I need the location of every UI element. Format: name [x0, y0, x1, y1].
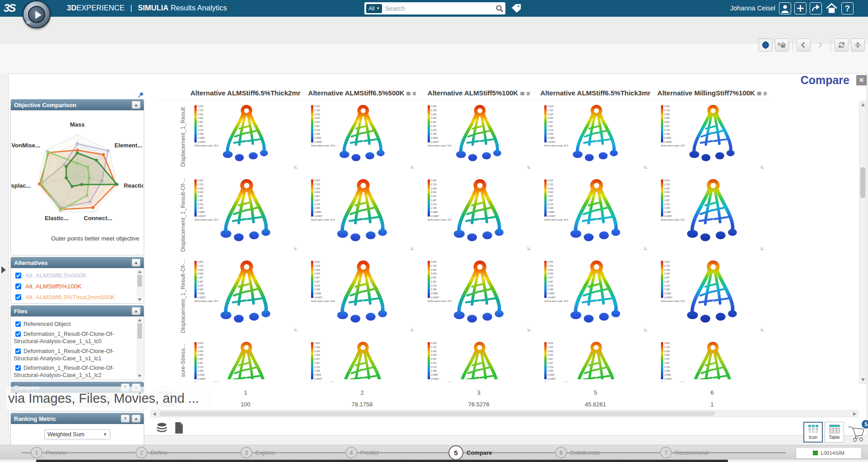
file-checkbox[interactable] — [15, 321, 21, 327]
help-icon[interactable]: ? — [121, 415, 130, 423]
scroll-left-icon[interactable] — [153, 412, 156, 416]
search-filter-dropdown[interactable]: All▼ — [366, 4, 382, 13]
file-checkbox[interactable] — [15, 331, 21, 337]
close-icon[interactable]: ✕ — [856, 75, 867, 85]
files-scrollbar[interactable] — [137, 318, 143, 378]
step-explore[interactable]: 3Explore — [241, 447, 275, 458]
alternative-checkbox[interactable] — [15, 273, 21, 278]
scroll-right-icon[interactable] — [853, 412, 856, 416]
result-tile[interactable]: 0.8150.7250.6360.5460.4570.3670.2780.188… — [420, 257, 537, 335]
search-input[interactable] — [382, 5, 495, 12]
thumbs-up-icon[interactable] — [764, 92, 767, 95]
search-bar[interactable]: All▼ — [364, 2, 505, 14]
result-tile[interactable]: 0.8150.7250.6360.5460.4570.3670.2780.188… — [654, 257, 770, 335]
3ds-logo-icon[interactable]: 3S — [4, 1, 24, 16]
result-tile[interactable]: 0.8150.7250.6360.5460.4570.3670.2780.188… — [537, 176, 654, 254]
files-header[interactable]: Files ▲ — [11, 306, 144, 316]
column-header[interactable]: Alternative ALMStiff6.5%500K — [304, 89, 420, 100]
scroll-down-icon[interactable] — [861, 378, 865, 382]
collapse-icon[interactable]: ▲ — [132, 101, 141, 109]
ranking-metric-dropdown[interactable]: Weighted Sum▼ — [44, 429, 110, 439]
alternative-item[interactable]: Alt. ALMStiff5%100K — [14, 281, 136, 292]
sort-icon[interactable] — [851, 38, 865, 52]
home-back-icon[interactable] — [775, 38, 789, 52]
alternatives-header[interactable]: Alternatives ▲ — [11, 257, 144, 268]
help-icon[interactable]: ? — [841, 2, 854, 14]
alternative-checkbox[interactable] — [15, 283, 21, 289]
step-predict[interactable]: 4Predict — [345, 447, 378, 458]
step-recommend[interactable]: 7Recommend — [660, 447, 708, 458]
home-icon[interactable] — [826, 2, 838, 14]
file-item[interactable]: Referenced Object — [14, 320, 136, 328]
basket-widget[interactable]: 5 — [846, 419, 868, 443]
table-view-button[interactable]: Table — [825, 422, 844, 443]
result-tile[interactable]: 0.8150.7250.6360.5460.4570.3670.2780.188… — [537, 102, 654, 172]
step-preview[interactable]: 1Preview — [31, 447, 66, 458]
result-tile[interactable]: 0.8150.7250.6360.5460.4570.3670.2780.188… — [654, 176, 770, 254]
alternatives-scrollbar[interactable] — [137, 269, 143, 302]
forward-icon[interactable] — [813, 38, 827, 52]
result-tile[interactable]: 0.8150.7250.6360.5460.4570.3670.2780.188… — [304, 339, 420, 382]
share-icon[interactable] — [810, 2, 822, 14]
result-tile[interactable]: 0.8150.7250.6360.5460.4570.3670.2780.188… — [187, 257, 304, 335]
result-tile[interactable]: 0.8150.7250.6360.5460.4570.3670.2780.188… — [304, 102, 420, 172]
step-collaborate[interactable]: 6Collaborate — [555, 447, 600, 458]
back-icon[interactable] — [797, 38, 811, 52]
result-tile[interactable]: 0.8150.7250.6360.5460.4570.3670.2780.188… — [187, 176, 304, 254]
refresh-icon[interactable] — [835, 38, 849, 52]
result-tile[interactable]: 0.8150.7250.6360.5460.4570.3670.2780.188… — [304, 257, 420, 335]
thumbs-up-icon[interactable] — [527, 92, 530, 95]
comment-icon[interactable] — [757, 92, 761, 95]
step-compare[interactable]: 5Compare — [448, 445, 492, 460]
collapse-icon[interactable]: ▲ — [132, 307, 141, 315]
file-item[interactable]: Deformation_1_Result-Of-Clone-Of-Structu… — [14, 347, 136, 363]
layers-icon[interactable] — [156, 422, 167, 434]
result-tile[interactable]: 0.8150.7250.6360.5460.4570.3670.2780.188… — [420, 339, 537, 382]
thumbs-up-icon[interactable] — [413, 92, 416, 95]
column-header[interactable]: Alternative MillingStiff7%100K — [654, 89, 770, 100]
alternative-checkbox[interactable] — [15, 294, 21, 300]
ranking-metric-header[interactable]: Ranking Metric ? ▲ — [11, 413, 144, 424]
add-icon[interactable] — [794, 2, 807, 14]
file-checkbox[interactable] — [15, 349, 21, 354]
result-tile[interactable]: 0.8150.7250.6360.5460.4570.3670.2780.188… — [304, 176, 420, 254]
vertical-scroll-thumb[interactable] — [860, 167, 865, 198]
column-header[interactable]: Alternative ALMStiff6.5%Thick2mr — [187, 89, 304, 100]
tag-icon[interactable] — [511, 4, 522, 14]
workspace-button[interactable]: L0014SIM — [796, 447, 862, 459]
user-profile-icon[interactable] — [779, 2, 791, 14]
result-tile[interactable]: 0.8150.7250.6360.5460.4570.3670.2780.188… — [420, 176, 537, 254]
alternative-item[interactable]: Alt. ALMStiff6.5%500K — [14, 270, 136, 281]
result-tile[interactable]: 0.8150.7250.6360.5460.4570.3670.2780.188… — [537, 257, 654, 335]
scroll-up-icon[interactable] — [861, 103, 865, 106]
column-header[interactable]: Alternative ALMStiff6.5%Thick3mr — [537, 89, 654, 100]
result-tile[interactable]: 0.8150.7250.6360.5460.4570.3670.2780.188… — [420, 102, 537, 172]
step-define[interactable]: 2Define — [136, 447, 168, 458]
alternative-item[interactable]: Alt. ALMStiff6.5%Thick2mm500K — [14, 292, 136, 302]
horizontal-scroll-thumb[interactable] — [159, 411, 715, 416]
horizontal-scrollbar[interactable] — [151, 410, 859, 417]
search-icon[interactable] — [495, 5, 504, 13]
result-tile[interactable]: 0.8150.7250.6360.5460.4570.3670.2780.188… — [654, 339, 770, 382]
pin-icon[interactable] — [137, 92, 144, 99]
comment-icon[interactable] — [520, 92, 524, 95]
objective-comparison-header[interactable]: Objective Comparison ▲ — [11, 99, 144, 110]
user-name[interactable]: Johanna Ceisel — [730, 5, 775, 12]
vertical-scrollbar[interactable] — [859, 101, 866, 384]
file-item[interactable]: Deformation_1_Result-Of-Clone-Of-Structu… — [14, 364, 136, 379]
result-tile[interactable]: 0.8150.7250.6360.5460.4570.3670.2780.188… — [187, 339, 304, 382]
result-tile[interactable]: 0.8150.7250.6360.5460.4570.3670.2780.188… — [537, 339, 654, 382]
comment-icon[interactable] — [406, 92, 410, 95]
document-icon[interactable] — [174, 422, 184, 434]
result-tile[interactable]: 0.8150.7250.6360.5460.4570.3670.2780.188… — [187, 102, 304, 172]
file-checkbox[interactable] — [15, 365, 21, 371]
column-header[interactable]: Alternative ALMStiff5%100K — [420, 89, 537, 100]
collapse-icon[interactable]: ▲ — [132, 415, 141, 423]
sidebar-expand-arrow[interactable] — [1, 266, 6, 273]
file-item[interactable]: Deformation_1_Result-Of-Clone-Of-Structu… — [14, 330, 136, 345]
compass-icon[interactable]: 3D — [23, 0, 51, 28]
collapse-icon[interactable]: ▲ — [132, 259, 141, 267]
result-tile[interactable]: 0.8150.7250.6360.5460.4570.3670.2780.188… — [654, 102, 770, 172]
icon-view-button[interactable]: Icon — [803, 422, 823, 443]
globe-icon[interactable] — [759, 38, 773, 52]
